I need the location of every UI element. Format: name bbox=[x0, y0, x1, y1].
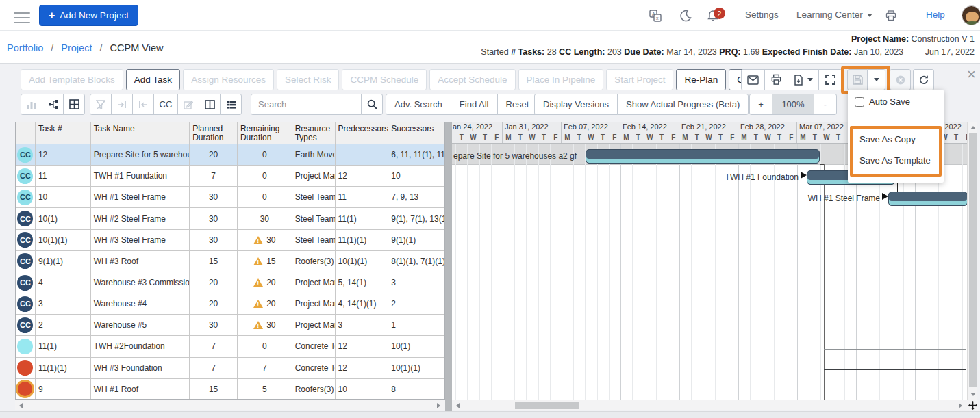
table-row[interactable]: 11(1)(1)WH #3 Foundation77Concrete Tear1… bbox=[16, 358, 444, 379]
task-status-badge[interactable]: CC bbox=[17, 211, 33, 226]
plus-icon: + bbox=[49, 10, 55, 22]
remaining-value: 0 bbox=[262, 192, 267, 202]
day-label: M bbox=[738, 133, 751, 141]
scrollbar-thumb[interactable] bbox=[515, 402, 579, 409]
scroll-right-arrow[interactable] bbox=[956, 400, 964, 410]
breadcrumb-portfolio[interactable]: Portfolio bbox=[7, 42, 43, 53]
print-icon[interactable] bbox=[764, 69, 788, 90]
cc-filter-button[interactable]: CC bbox=[153, 94, 178, 115]
table-row[interactable]: CC10(1)WH #2 Steel Frame3030Steel Team(5… bbox=[16, 208, 444, 229]
list-icon[interactable] bbox=[220, 94, 242, 115]
toolbar-button-display-versions[interactable]: Display Versions bbox=[534, 94, 618, 115]
scroll-left-arrow[interactable] bbox=[453, 400, 462, 410]
columns-icon[interactable] bbox=[199, 94, 221, 115]
email-icon[interactable] bbox=[741, 69, 765, 90]
export-file-dropdown[interactable] bbox=[788, 69, 819, 90]
toolbar-button-find-all[interactable]: Find All bbox=[451, 94, 498, 115]
scroll-up-arrow[interactable] bbox=[968, 123, 978, 131]
save-icon[interactable] bbox=[847, 69, 868, 90]
hamburger-menu-icon[interactable] bbox=[14, 9, 30, 21]
task-status-badge[interactable]: CC bbox=[17, 253, 33, 269]
settings-link[interactable]: Settings bbox=[745, 10, 779, 20]
user-avatar[interactable] bbox=[962, 5, 980, 25]
breadcrumb-project[interactable]: Project bbox=[61, 42, 92, 53]
column-header-task-name: Task Name bbox=[91, 122, 190, 144]
toolbar-icon-group bbox=[741, 69, 842, 90]
day-label: T bbox=[455, 133, 468, 141]
table-row[interactable]: 11(1)TWH #2Foundation70Concrete Tear1210… bbox=[16, 336, 444, 357]
task-status-badge[interactable]: CC bbox=[17, 275, 33, 291]
gantt-gridline bbox=[550, 144, 551, 400]
table-row[interactable]: CC10(1)(1)WH #3 Steel Frame3030Steel Tea… bbox=[16, 230, 444, 251]
cell-resource-types: Steel Team(5) bbox=[292, 208, 336, 229]
learning-center-dropdown[interactable]: Learning Center bbox=[796, 10, 872, 20]
scroll-right-arrow[interactable] bbox=[434, 400, 442, 410]
project-stats-line: Started # Tasks: 28 CC Length: 203 Due D… bbox=[481, 47, 975, 57]
gantt-gridline bbox=[962, 144, 963, 400]
auto-save-option[interactable]: Auto Save bbox=[855, 96, 910, 107]
gantt-task-bar[interactable] bbox=[888, 192, 967, 206]
task-status-badge[interactable] bbox=[18, 382, 32, 396]
zoom-out-button[interactable]: - bbox=[814, 94, 837, 115]
day-label: M bbox=[797, 133, 809, 141]
auto-save-checkbox[interactable] bbox=[855, 97, 864, 107]
learning-center-label: Learning Center bbox=[796, 10, 863, 20]
zoom-in-button[interactable]: + bbox=[749, 94, 772, 115]
scroll-down-arrow[interactable] bbox=[968, 390, 978, 398]
gantt-task-bar[interactable] bbox=[586, 149, 820, 164]
task-status-badge[interactable]: CC bbox=[17, 232, 33, 248]
toolbar-button-show-actual-progress-beta[interactable]: Show Actual Progress (Beta) bbox=[617, 94, 749, 115]
toolbar-button-add-task[interactable]: Add Task bbox=[126, 69, 180, 90]
day-label: T bbox=[773, 133, 786, 141]
toolbar-button-re-plan[interactable]: Re-Plan bbox=[676, 69, 726, 90]
toolbar-button-reset[interactable]: Reset bbox=[497, 94, 538, 115]
fullscreen-icon[interactable] bbox=[818, 69, 842, 90]
close-icon[interactable]: × bbox=[967, 68, 976, 81]
grid-view-icon[interactable] bbox=[63, 94, 85, 115]
move-handle-icon[interactable] bbox=[967, 400, 978, 410]
expected-finish-value: Jan 10, 2023 bbox=[854, 47, 903, 57]
table-row[interactable]: CC3Warehouse #42020Project Manag4, 14(1)… bbox=[16, 293, 444, 315]
table-row[interactable]: CC4Warehouse #3 Commissione2020Project M… bbox=[16, 272, 444, 293]
table-row[interactable]: CC2Warehouse #53030Project Manag31 bbox=[16, 315, 444, 336]
cell-resource-types: Project Manag bbox=[292, 166, 336, 187]
notification-count-badge[interactable]: 2 bbox=[714, 8, 725, 19]
menu-item-save-as-copy[interactable]: Save As Copy bbox=[853, 129, 939, 150]
network-diagram-icon[interactable] bbox=[42, 94, 64, 115]
toolbar-button-adv-search[interactable]: Adv. Search bbox=[386, 94, 451, 115]
gantt-horizontal-scrollbar[interactable] bbox=[452, 400, 967, 410]
table-row[interactable]: CC9(1)(1)WH #3 Roof1515Roofers(3)10(1)(1… bbox=[16, 251, 444, 272]
breadcrumb-separator: / bbox=[99, 42, 102, 53]
table-row[interactable]: CC12Prepare Site for 5 warehouse200Earth… bbox=[16, 144, 444, 166]
refresh-icon[interactable] bbox=[913, 69, 934, 90]
add-new-project-button[interactable]: + Add New Project bbox=[39, 5, 138, 26]
task-status-badge[interactable]: CC bbox=[17, 168, 33, 184]
gantt-vertical-scrollbar[interactable] bbox=[967, 122, 977, 400]
translate-icon[interactable]: Ax bbox=[646, 7, 664, 25]
task-status-badge[interactable]: CC bbox=[17, 147, 33, 163]
day-label: T bbox=[809, 133, 821, 141]
task-status-badge[interactable]: CC bbox=[17, 296, 33, 312]
task-status-badge[interactable]: CC bbox=[17, 190, 33, 205]
save-options-caret[interactable] bbox=[867, 69, 885, 90]
toolbar-button-accept-schedule: Accept Schedule bbox=[429, 69, 515, 90]
print-icon[interactable] bbox=[882, 7, 900, 25]
scroll-left-arrow[interactable] bbox=[16, 400, 25, 410]
task-status-badge[interactable] bbox=[17, 339, 33, 354]
table-row[interactable]: CC11TWH #1 Foundation70Project Manag1210 bbox=[16, 166, 444, 187]
cell-task-number: 9(1)(1) bbox=[36, 251, 91, 272]
search-icon[interactable] bbox=[361, 94, 383, 115]
task-status-badge[interactable]: CC bbox=[17, 317, 33, 333]
help-link[interactable]: Help bbox=[926, 10, 945, 20]
timeline-week: Feb 28, 2022MTWTF bbox=[738, 122, 797, 144]
table-row[interactable]: 9WH #1 Roof155Roofers(3)108 bbox=[16, 379, 444, 400]
pane-splitter[interactable] bbox=[445, 122, 452, 418]
table-horizontal-scrollbar[interactable] bbox=[15, 400, 445, 410]
task-status-badge[interactable] bbox=[17, 360, 33, 376]
search-input[interactable] bbox=[251, 94, 362, 115]
scrollbar-thumb[interactable] bbox=[969, 133, 977, 387]
cell-predecessors: 3 bbox=[336, 315, 389, 336]
table-row[interactable]: CC10WH #1 Steel Frame300Steel Team(5)117… bbox=[16, 187, 444, 208]
menu-item-save-as-template[interactable]: Save As Template bbox=[853, 150, 939, 171]
dark-mode-moon-icon[interactable] bbox=[677, 7, 694, 25]
